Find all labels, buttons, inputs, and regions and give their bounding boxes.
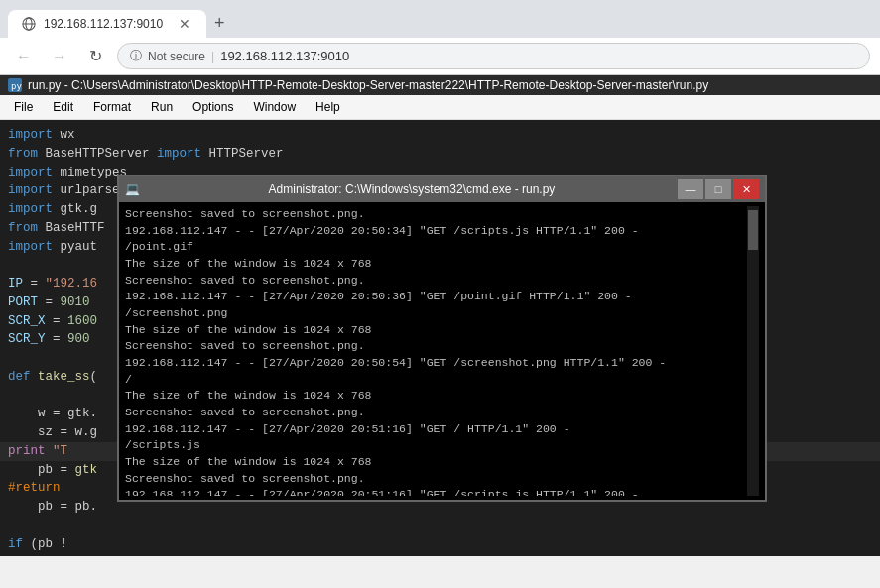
menu-format[interactable]: Format [83, 97, 141, 117]
editor-container: import wx from BaseHTTPServer import HTT… [0, 120, 880, 556]
menu-options[interactable]: Options [183, 97, 243, 117]
browser-chrome: 192.168.112.137:9010 ✕ + ← → ↻ ⓘ Not sec… [0, 0, 880, 75]
menu-run[interactable]: Run [141, 97, 183, 117]
new-tab-button[interactable]: + [206, 9, 233, 38]
back-button[interactable]: ← [10, 43, 38, 70]
address-text: 192.168.112.137:9010 [220, 49, 349, 63]
cmd-scrollthumb[interactable] [748, 210, 758, 250]
cmd-window-controls: — □ ✕ [678, 179, 759, 199]
separator: | [211, 50, 214, 63]
cmd-maximize-button[interactable]: □ [705, 179, 731, 199]
security-icon: ⓘ [130, 48, 142, 64]
cmd-minimize-button[interactable]: — [678, 179, 703, 199]
editor-title-bar: py run.py - C:\Users\Administrator\Deskt… [0, 75, 880, 95]
not-secure-label: Not secure [148, 50, 205, 63]
cmd-title-text: Administrator: C:\Windows\system32\cmd.e… [146, 182, 678, 196]
forward-button[interactable]: → [46, 43, 73, 70]
reload-button[interactable]: ↻ [81, 43, 109, 70]
cmd-output-text: Screenshot saved to screenshot.png. 192.… [125, 206, 747, 496]
cmd-title-bar: 💻 Administrator: C:\Windows\system32\cmd… [119, 176, 765, 202]
active-tab[interactable]: 192.168.112.137:9010 ✕ [8, 10, 206, 38]
cmd-window: 💻 Administrator: C:\Windows\system32\cmd… [117, 175, 767, 502]
menu-edit[interactable]: Edit [43, 97, 83, 117]
menu-help[interactable]: Help [306, 97, 350, 117]
address-bar[interactable]: ⓘ Not secure | 192.168.112.137:9010 [117, 43, 870, 69]
tab-bar: 192.168.112.137:9010 ✕ + [0, 0, 880, 38]
svg-text:py: py [11, 81, 22, 91]
cmd-icon: 💻 [125, 182, 140, 196]
menu-window[interactable]: Window [243, 97, 306, 117]
menu-bar: File Edit Format Run Options Window Help [0, 95, 880, 120]
editor-title-text: run.py - C:\Users\Administrator\Desktop\… [28, 78, 708, 92]
nav-bar: ← → ↻ ⓘ Not secure | 192.168.112.137:901… [0, 38, 880, 75]
cmd-content: Screenshot saved to screenshot.png. 192.… [119, 202, 765, 500]
tab-title: 192.168.112.137:9010 [44, 17, 169, 31]
cmd-scrollbar[interactable] [747, 206, 759, 496]
menu-file[interactable]: File [4, 97, 43, 117]
python-icon: py [8, 78, 22, 92]
tab-favicon-icon [22, 17, 36, 31]
cmd-close-button[interactable]: ✕ [733, 179, 759, 199]
tab-close-button[interactable]: ✕ [177, 16, 192, 32]
main-content: py run.py - C:\Users\Administrator\Deskt… [0, 75, 880, 556]
